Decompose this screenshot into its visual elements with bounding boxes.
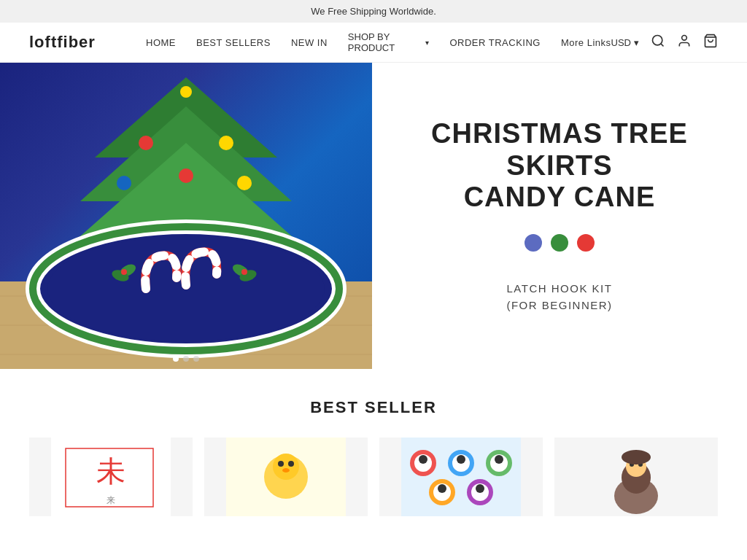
svg-point-0 [653, 35, 662, 44]
svg-point-12 [180, 86, 192, 98]
svg-point-42 [282, 468, 290, 472]
currency-dropdown-arrow: ▾ [634, 37, 639, 48]
svg-text:未: 未 [96, 455, 125, 487]
hero-title: CHRISTMAS TREE SKIRTS CANDY CANE [401, 118, 718, 214]
svg-point-2 [682, 35, 687, 40]
slide-indicators [173, 356, 199, 362]
product-card-2[interactable] [204, 438, 368, 516]
svg-point-29 [121, 269, 127, 275]
currency-label: USD [611, 37, 631, 48]
svg-point-17 [237, 176, 252, 190]
product-card-4[interactable] [554, 438, 718, 516]
cart-icon[interactable] [703, 34, 718, 52]
currency-selector[interactable]: USD ▾ [611, 37, 639, 48]
search-icon[interactable] [651, 34, 665, 52]
best-seller-section: BEST SELLER 未 来 [0, 369, 747, 516]
nav-new-in[interactable]: NEW IN [291, 37, 328, 48]
shop-by-product-dropdown-arrow: ▾ [425, 39, 429, 47]
slide-dot-2[interactable] [183, 356, 189, 362]
hero-image-container [0, 63, 372, 369]
header-icons [651, 34, 718, 52]
svg-point-40 [278, 461, 284, 467]
nav-order-tracking[interactable]: ORDER TRACKING [449, 37, 541, 48]
svg-point-46 [419, 455, 427, 464]
product-grid: 未 来 [29, 438, 718, 516]
svg-point-55 [438, 484, 446, 493]
account-icon[interactable] [677, 34, 692, 52]
svg-point-13 [139, 136, 153, 150]
svg-point-41 [288, 461, 294, 467]
svg-point-14 [219, 136, 233, 150]
color-swatch-red[interactable] [577, 234, 595, 252]
hero-content: CHRISTMAS TREE SKIRTS CANDY CANE LATCH H… [372, 63, 747, 369]
svg-point-65 [622, 450, 651, 464]
hero-image [0, 63, 372, 369]
color-swatches [525, 234, 595, 252]
color-swatch-green[interactable] [551, 234, 568, 252]
hero-section: CHRISTMAS TREE SKIRTS CANDY CANE LATCH H… [0, 63, 747, 369]
svg-point-39 [273, 454, 299, 480]
main-nav: HOME BEST SELLERS NEW IN SHOP BY PRODUCT… [146, 31, 611, 53]
hero-illustration [0, 63, 372, 369]
hero-subtitle: LATCH HOOK KIT (FOR BEGINNER) [506, 281, 612, 314]
svg-point-15 [117, 176, 131, 190]
banner-text: We Free Shipping Worldwide. [311, 6, 436, 17]
svg-point-52 [495, 455, 503, 464]
color-swatch-blue[interactable] [525, 234, 542, 252]
header: loftfiber HOME BEST SELLERS NEW IN SHOP … [0, 23, 747, 63]
top-banner: We Free Shipping Worldwide. [0, 0, 747, 23]
slide-dot-1[interactable] [173, 356, 179, 362]
nav-shop-by-product[interactable]: SHOP BY PRODUCT ▾ [348, 31, 430, 53]
site-logo[interactable]: loftfiber [29, 33, 117, 52]
nav-home[interactable]: HOME [146, 37, 176, 48]
svg-text:来: 来 [107, 495, 115, 505]
nav-more-links[interactable]: More Links [561, 37, 611, 48]
svg-point-32 [241, 269, 247, 275]
svg-point-16 [179, 168, 193, 183]
best-seller-title: BEST SELLER [29, 398, 718, 417]
svg-rect-43 [401, 438, 521, 516]
svg-point-58 [476, 484, 484, 493]
product-card-1[interactable]: 未 来 [29, 438, 193, 516]
nav-best-sellers[interactable]: BEST SELLERS [196, 37, 271, 48]
svg-line-1 [661, 43, 664, 46]
svg-point-49 [457, 455, 465, 464]
product-card-3[interactable] [379, 438, 543, 516]
slide-dot-3[interactable] [193, 356, 199, 362]
